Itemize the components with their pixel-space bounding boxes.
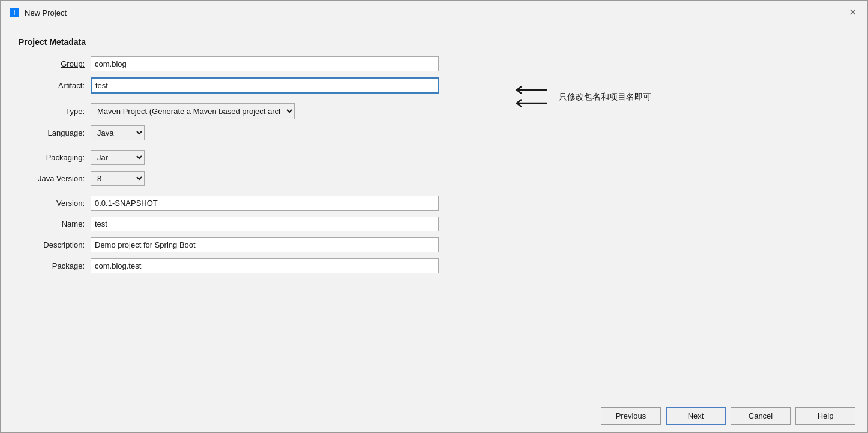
version-label: Version: [19,199,91,208]
package-label: Package: [19,261,91,270]
section-title: Project Metadata [19,37,849,47]
type-row: Type: Maven Project (Generate a Maven ba… [19,103,849,119]
packaging-label: Packaging: [19,153,91,162]
name-row: Name: [19,217,849,231]
version-input[interactable] [91,196,439,211]
new-project-dialog: I New Project ✕ Project Metadata Group: … [0,0,868,433]
dialog-footer: Previous Next Cancel Help [1,399,867,432]
type-label: Type: [19,107,91,116]
package-row: Package: [19,258,849,273]
annotation-area: 只修改包名和项目名即可 [505,79,651,115]
name-label: Name: [19,219,91,228]
artifact-input[interactable] [91,77,439,94]
name-input[interactable] [91,217,439,231]
group-row: Group: [19,56,849,71]
language-row: Language: Java Kotlin Groovy [19,125,849,140]
title-bar-left: I New Project [9,7,67,18]
group-input[interactable] [91,56,439,71]
svg-text:I: I [14,10,16,16]
type-select[interactable]: Maven Project (Generate a Maven based pr… [91,103,295,119]
dialog-title: New Project [25,8,67,17]
java-version-select[interactable]: 8 11 17 21 [91,171,145,186]
packaging-row: Packaging: Jar War [19,150,849,165]
next-button[interactable]: Next [666,407,726,425]
java-version-row: Java Version: 8 11 17 21 [19,171,849,186]
group-label: Group: [19,59,91,68]
version-row: Version: [19,196,849,211]
language-label: Language: [19,128,91,137]
dialog-body: Project Metadata Group: Artifact: [1,25,867,399]
annotation-text: 只修改包名和项目名即可 [559,92,651,103]
cancel-button[interactable]: Cancel [731,407,791,425]
artifact-label: Artifact: [19,81,91,90]
packaging-select[interactable]: Jar War [91,150,145,165]
previous-button[interactable]: Previous [601,407,661,425]
title-bar: I New Project ✕ [1,1,867,25]
annotation-arrow-icon [505,79,553,115]
java-version-label: Java Version: [19,174,91,183]
description-label: Description: [19,240,91,249]
artifact-row: Artifact: [19,77,849,94]
language-select[interactable]: Java Kotlin Groovy [91,125,145,140]
app-icon: I [9,7,20,18]
description-input[interactable] [91,237,439,252]
close-button[interactable]: ✕ [846,7,859,19]
package-input[interactable] [91,258,439,273]
help-button[interactable]: Help [795,407,855,425]
description-row: Description: [19,237,849,252]
